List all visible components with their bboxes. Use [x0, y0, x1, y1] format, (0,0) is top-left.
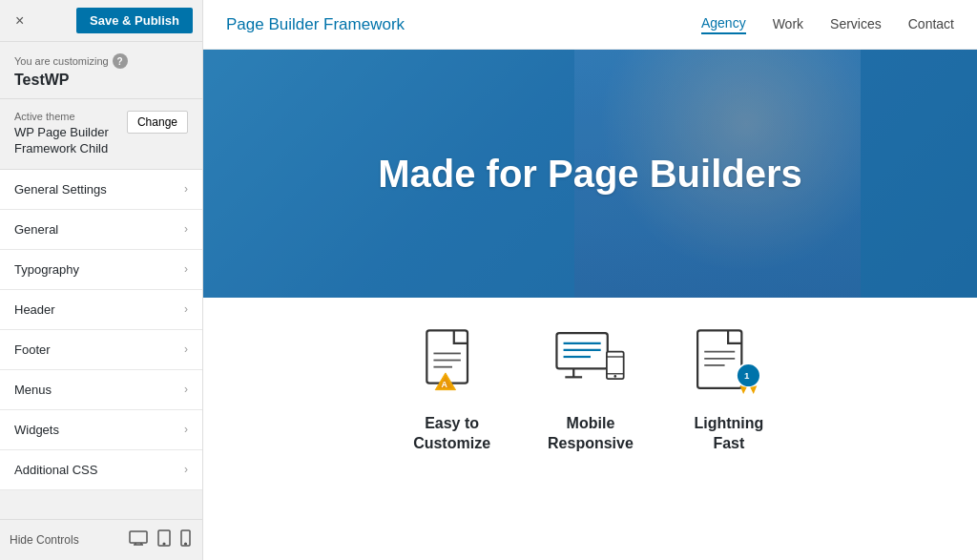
chevron-right-icon: ›: [184, 463, 188, 476]
menu-item-general-settings[interactable]: General Settings›: [0, 170, 202, 210]
hero-text: Made for Page Builders: [378, 153, 802, 196]
svg-text:1: 1: [744, 370, 750, 381]
menu-item-label: General: [14, 222, 58, 237]
nav-link-services[interactable]: Services: [830, 16, 882, 33]
desktop-view-button[interactable]: [127, 528, 150, 552]
chevron-right-icon: ›: [184, 423, 188, 436]
customize-icon: A: [414, 326, 490, 403]
svg-rect-25: [697, 330, 741, 387]
active-theme-label: Active theme: [14, 111, 127, 122]
nav-link-agency[interactable]: Agency: [701, 15, 746, 34]
preview-panel: Page Builder Framework AgencyWorkService…: [203, 0, 977, 560]
svg-point-5: [163, 543, 165, 545]
menu-item-label: General Settings: [14, 182, 107, 197]
chevron-right-icon: ›: [184, 222, 188, 236]
change-theme-button[interactable]: Change: [127, 111, 188, 134]
features-section: A Easy toCustomize MobileRespo: [203, 298, 977, 560]
menu-item-typography[interactable]: Typography›: [0, 250, 202, 290]
responsive-feature-title: MobileResponsive: [548, 414, 634, 454]
customize-feature-title: Easy toCustomize: [413, 414, 490, 454]
svg-rect-21: [607, 352, 624, 379]
theme-info: Active theme WP Page Builder Framework C…: [14, 111, 127, 157]
fast-icon: 1: [691, 326, 767, 403]
footer-icons: [127, 528, 193, 552]
customizing-label: You are customizing ?: [14, 53, 188, 69]
customizing-text: You are customizing: [14, 55, 109, 67]
menu-item-additional-css[interactable]: Additional CSS›: [0, 450, 202, 490]
close-button[interactable]: ×: [10, 10, 30, 31]
hero-section: Made for Page Builders: [203, 50, 977, 298]
chevron-right-icon: ›: [184, 182, 188, 196]
menu-item-label: Widgets: [14, 423, 59, 437]
nav-link-work[interactable]: Work: [773, 16, 803, 33]
fast-feature-title: LightningFast: [694, 414, 763, 454]
chevron-right-icon: ›: [184, 302, 188, 316]
hide-controls-button[interactable]: Hide Controls: [10, 533, 79, 547]
tablet-view-button[interactable]: [156, 528, 173, 552]
menu-item-label: Footer: [14, 342, 51, 357]
feature-customize: A Easy toCustomize: [413, 326, 490, 454]
menu-item-menus[interactable]: Menus›: [0, 370, 202, 410]
site-navigation: Page Builder Framework AgencyWorkService…: [203, 0, 977, 50]
feature-responsive: MobileResponsive: [548, 326, 634, 454]
nav-link-contact[interactable]: Contact: [908, 16, 954, 33]
panel-top-bar: × Save & Publish: [0, 0, 202, 42]
site-logo[interactable]: Page Builder Framework: [226, 15, 405, 34]
customizer-menu: General Settings›General›Typography›Head…: [0, 170, 202, 519]
svg-point-24: [613, 375, 616, 378]
site-name: TestWP: [14, 72, 188, 89]
active-theme-section: Active theme WP Page Builder Framework C…: [0, 99, 202, 170]
menu-item-label: Menus: [14, 383, 52, 397]
help-icon[interactable]: ?: [113, 53, 128, 69]
chevron-right-icon: ›: [184, 342, 188, 356]
panel-footer: Hide Controls: [0, 519, 202, 560]
svg-text:A: A: [441, 380, 447, 389]
nav-links: AgencyWorkServicesContact: [701, 15, 954, 34]
menu-item-header[interactable]: Header›: [0, 290, 202, 330]
customizing-section: You are customizing ? TestWP: [0, 42, 202, 99]
svg-point-7: [185, 543, 187, 545]
mobile-view-button[interactable]: [178, 528, 193, 552]
hero-title: Made for Page Builders: [378, 153, 802, 196]
menu-item-label: Typography: [14, 262, 79, 277]
save-publish-button[interactable]: Save & Publish: [76, 8, 193, 33]
responsive-icon: [552, 326, 629, 403]
chevron-right-icon: ›: [184, 262, 188, 276]
menu-item-label: Header: [14, 302, 55, 317]
menu-item-label: Additional CSS: [14, 463, 97, 477]
theme-name: WP Page Builder Framework Child: [14, 125, 127, 157]
feature-fast: 1 LightningFast: [691, 326, 767, 454]
chevron-right-icon: ›: [184, 383, 188, 396]
svg-rect-0: [130, 531, 147, 543]
menu-item-general[interactable]: General›: [0, 210, 202, 250]
menu-item-widgets[interactable]: Widgets›: [0, 410, 202, 450]
customizer-panel: × Save & Publish You are customizing ? T…: [0, 0, 203, 560]
hide-controls-label: Hide Controls: [10, 533, 79, 547]
menu-item-footer[interactable]: Footer›: [0, 330, 202, 370]
